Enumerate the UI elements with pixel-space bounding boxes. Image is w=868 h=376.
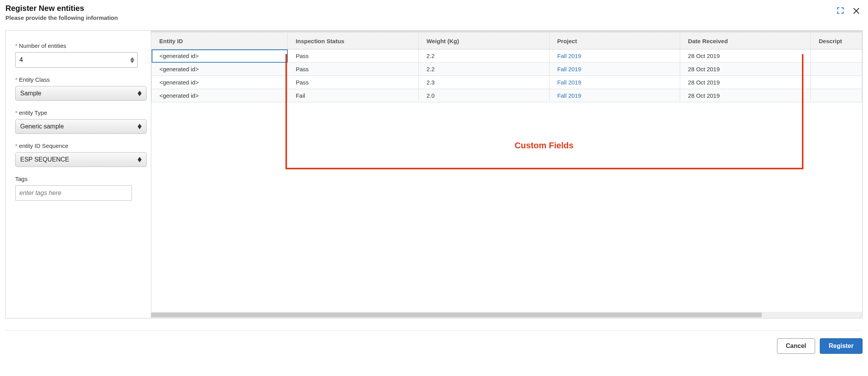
cell-description[interactable] [811, 76, 862, 89]
cell-inspection-status[interactable]: Pass [288, 63, 418, 76]
entities-table-area: Entity ID Inspection Status Weight (Kg) … [151, 31, 862, 318]
stepper-icon[interactable] [130, 57, 134, 63]
number-of-entities-value[interactable] [19, 56, 133, 63]
col-entity-id[interactable]: Entity ID [152, 33, 288, 49]
col-project[interactable]: Project [549, 33, 680, 49]
sidebar: *Number of entities *Entity Class Sample [6, 31, 151, 318]
cell-weight[interactable]: 2.3 [418, 76, 549, 89]
cell-entity-id[interactable]: <generated id> [152, 76, 288, 89]
expand-icon[interactable] [836, 6, 845, 17]
label-tags: Tags [15, 176, 142, 182]
cell-description[interactable] [811, 49, 862, 63]
svg-marker-6 [138, 124, 142, 127]
page-title: Register New entities [5, 4, 118, 13]
svg-marker-8 [138, 157, 142, 160]
entities-table[interactable]: Entity ID Inspection Status Weight (Kg) … [151, 33, 862, 102]
col-description[interactable]: Descript [811, 33, 862, 49]
cell-description[interactable] [811, 89, 862, 102]
page-subtitle: Please provide the following information [5, 14, 118, 21]
svg-marker-3 [130, 60, 134, 63]
cell-weight[interactable]: 2.0 [418, 89, 549, 102]
entity-type-select[interactable]: Generic sample [15, 119, 147, 134]
svg-marker-7 [138, 127, 142, 129]
cell-inspection-status[interactable]: Pass [288, 76, 418, 89]
horizontal-scrollbar[interactable] [151, 312, 862, 318]
cell-project[interactable]: Fall 2019 [549, 76, 680, 89]
entity-class-select[interactable]: Sample [15, 86, 147, 101]
cell-date-received[interactable]: 28 Oct 2019 [680, 63, 811, 76]
svg-marker-5 [138, 93, 142, 96]
label-number-of-entities: *Number of entities [15, 42, 142, 49]
cell-weight[interactable]: 2.2 [418, 49, 549, 63]
cancel-button[interactable]: Cancel [777, 338, 815, 354]
chevron-updown-icon [138, 124, 142, 129]
cell-project[interactable]: Fall 2019 [549, 49, 680, 63]
svg-marker-2 [130, 57, 134, 60]
cell-date-received[interactable]: 28 Oct 2019 [680, 89, 811, 102]
col-inspection-status[interactable]: Inspection Status [288, 33, 418, 49]
svg-marker-9 [138, 160, 142, 162]
tags-input[interactable] [15, 185, 132, 201]
register-button[interactable]: Register [820, 338, 863, 354]
table-row[interactable]: <generated id> Pass 2.3 Fall 2019 28 Oct… [152, 76, 862, 89]
col-weight[interactable]: Weight (Kg) [418, 33, 549, 49]
table-row[interactable]: <generated id> Fail 2.0 Fall 2019 28 Oct… [152, 89, 862, 102]
close-icon[interactable] [852, 6, 861, 17]
svg-marker-4 [138, 91, 142, 93]
label-entity-id-sequence: *entity ID Sequence [15, 142, 142, 149]
cell-entity-id[interactable]: <generated id> [152, 63, 288, 76]
table-row[interactable]: <generated id> Pass 2.2 Fall 2019 28 Oct… [152, 63, 862, 76]
cell-inspection-status[interactable]: Pass [288, 49, 418, 63]
cell-description[interactable] [811, 63, 862, 76]
col-date-received[interactable]: Date Received [680, 33, 811, 49]
annotation-custom-fields: Custom Fields [501, 141, 587, 151]
cell-project[interactable]: Fall 2019 [549, 63, 680, 76]
chevron-updown-icon [138, 91, 142, 96]
table-row[interactable]: <generated id> Pass 2.2 Fall 2019 28 Oct… [152, 49, 862, 63]
cell-entity-id[interactable]: <generated id> [152, 49, 288, 63]
number-of-entities-input[interactable] [15, 52, 138, 68]
cell-date-received[interactable]: 28 Oct 2019 [680, 49, 811, 63]
entity-id-sequence-select[interactable]: ESP SEQUENCE [15, 152, 147, 167]
label-entity-class: *Entity Class [15, 76, 142, 83]
cell-inspection-status[interactable]: Fail [288, 89, 418, 102]
label-entity-type: *entity Type [15, 109, 142, 116]
cell-project[interactable]: Fall 2019 [549, 89, 680, 102]
cell-entity-id[interactable]: <generated id> [152, 89, 288, 102]
chevron-updown-icon [138, 157, 142, 162]
cell-date-received[interactable]: 28 Oct 2019 [680, 76, 811, 89]
cell-weight[interactable]: 2.2 [418, 63, 549, 76]
